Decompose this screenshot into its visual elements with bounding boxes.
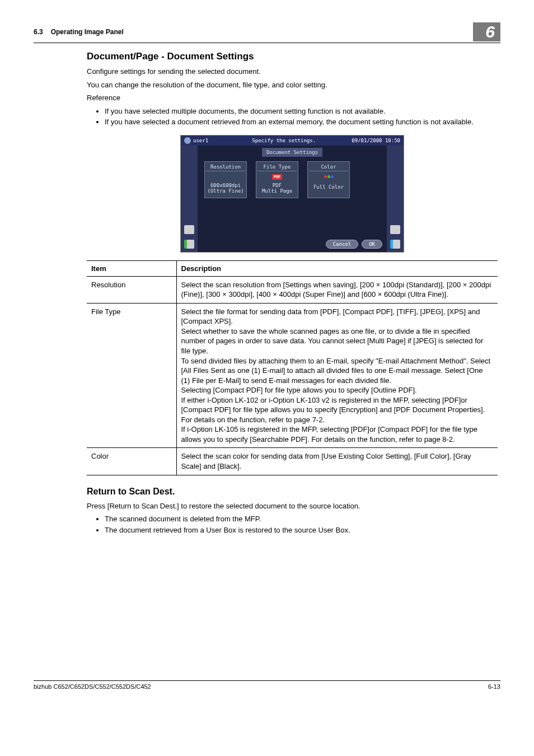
tile-title: Color [309,164,348,171]
panel-datetime: 09/01/2008 10:50 [352,138,400,143]
reference-list: If you have selected multiple documents,… [87,106,498,127]
return-text: Press [Return to Scan Dest.] to restore … [87,501,498,511]
user-icon [184,137,191,144]
pdf-icon: PDF [272,174,283,180]
intro-text-1: Configure settings for sending the selec… [87,67,498,77]
user-label: user1 [193,138,208,143]
section-title: Operating Image Panel [51,28,474,36]
heading-document-settings: Document/Page - Document Settings [87,51,498,62]
page-header: 6.3 Operating Image Panel 6 [34,22,500,43]
table-header-item: Item [87,260,176,276]
tile-file-type[interactable]: File Type PDF PDF Multi Page [256,161,298,198]
tile-value: 600x600dpi [206,183,245,188]
table-cell-desc: Select the scan color for sending data f… [176,448,498,475]
tile-color[interactable]: Color Full Color [307,161,350,198]
table-row: Resolution Select the scan resolution fr… [87,276,498,303]
cancel-button[interactable]: Cancel [326,240,359,249]
tile-title: Resolution [206,164,245,171]
tile-value: Full Color [309,184,348,190]
mfp-panel-screenshot: user1 Specify the settings. 09/01/2008 1… [180,135,404,253]
page-footer: bizhub C652/C652DS/C552/C552DS/C452 6-13 [34,680,500,690]
section-number: 6.3 [34,28,43,36]
right-nav-icon[interactable] [390,240,400,249]
tile-resolution[interactable]: Resolution 600x600dpi (Ultra Fine) [204,161,247,198]
ok-button[interactable]: OK [362,240,382,249]
table-row: Color Select the scan color for sending … [87,448,498,475]
panel-message: Specify the settings. [216,138,352,143]
table-row: File Type Select the file format for sen… [87,303,498,448]
chapter-number: 6 [473,22,500,41]
left-nav-icon[interactable] [184,240,194,249]
intro-text-2: You can change the resolution of the doc… [87,80,498,90]
table-cell-desc: Select the scan resolution from [Setting… [176,276,498,303]
right-nav-icon[interactable] [390,225,400,234]
footer-model: bizhub C652/C652DS/C552/C552DS/C452 [34,683,151,690]
reference-item: If you have selected a document retrieve… [105,117,498,127]
table-cell-item: Resolution [87,276,176,303]
reference-item: If you have selected multiple documents,… [105,106,498,116]
return-list: The scanned document is deleted from the… [87,514,498,535]
left-nav-icon[interactable] [184,225,194,234]
table-cell-item: File Type [87,303,176,448]
settings-table: Item Description Resolution Select the s… [87,260,498,475]
return-item: The scanned document is deleted from the… [105,514,498,524]
tile-title: File Type [257,164,297,171]
tile-value: PDF [257,183,297,188]
tile-value: (Ultra Fine) [206,188,245,194]
tile-value: Multi Page [257,188,297,194]
table-cell-item: Color [87,448,176,475]
color-icon [324,175,334,183]
return-item: The document retrieved from a User Box i… [105,525,498,535]
reference-label: Reference [87,93,498,103]
panel-tab-document-settings[interactable]: Document Settings [262,148,322,157]
table-cell-desc: Select the file format for sending data … [176,303,498,448]
heading-return-scan-dest: Return to Scan Dest. [87,487,498,497]
table-header-description: Description [176,260,498,276]
footer-page: 6-13 [488,683,500,690]
